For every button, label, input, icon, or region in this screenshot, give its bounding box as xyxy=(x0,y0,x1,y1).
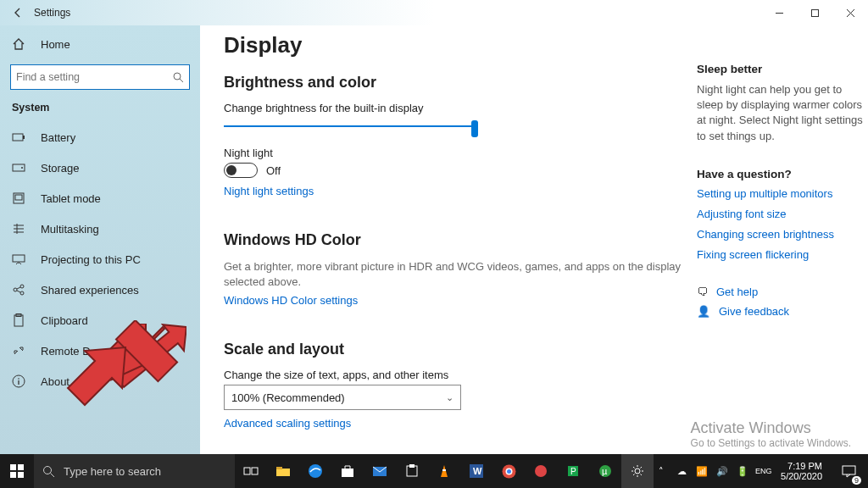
store-button[interactable] xyxy=(331,454,364,488)
svg-point-7 xyxy=(21,167,23,169)
vlc-button[interactable] xyxy=(428,454,460,488)
clipboard-icon xyxy=(12,313,25,327)
svg-point-2 xyxy=(174,73,181,80)
svg-rect-50 xyxy=(10,472,16,478)
tray-battery-icon[interactable]: 🔋 xyxy=(735,466,750,477)
svg-rect-56 xyxy=(276,469,290,476)
brightness-slider[interactable] xyxy=(224,118,478,135)
svg-line-80 xyxy=(633,467,635,469)
svg-rect-59 xyxy=(342,469,353,477)
sidebar-item-label: About xyxy=(41,375,70,388)
sidebar-item-multitask[interactable]: Multitasking xyxy=(0,214,200,244)
home-icon xyxy=(12,37,25,51)
advanced-scaling-link[interactable]: Advanced scaling settings xyxy=(224,417,351,430)
mail-button[interactable] xyxy=(364,454,396,488)
titlebar: Settings xyxy=(0,0,868,25)
search-icon xyxy=(42,465,55,478)
tray-chevron-icon[interactable]: ˄ xyxy=(654,466,669,477)
sidebar-item-battery[interactable]: Battery xyxy=(0,122,200,152)
back-button[interactable] xyxy=(7,2,29,24)
minimize-button[interactable] xyxy=(761,0,797,25)
svg-text:W: W xyxy=(473,466,482,476)
app-button[interactable] xyxy=(396,454,428,488)
get-help-link[interactable]: 🗨 Get help xyxy=(697,286,866,298)
hd-color-settings-link[interactable]: Windows HD Color settings xyxy=(224,294,358,307)
sidebar-item-shared[interactable]: Shared experiences xyxy=(0,274,200,305)
sidebar-item-projecting[interactable]: Projecting to this PC xyxy=(0,244,200,274)
battery-icon xyxy=(12,130,25,144)
taskbar-search[interactable]: Type here to search xyxy=(34,454,235,488)
help-link-brightness[interactable]: Changing screen brightness xyxy=(697,228,866,241)
file-explorer-button[interactable] xyxy=(267,454,299,488)
slider-thumb[interactable] xyxy=(471,120,478,137)
system-tray: ˄ ☁ 📶 🔊 🔋 ENG 7:19 PM 5/20/2020 9 xyxy=(654,454,868,488)
window-title: Settings xyxy=(34,7,70,19)
slider-track xyxy=(224,125,478,127)
search-input[interactable] xyxy=(16,71,172,83)
storage-icon xyxy=(12,161,25,175)
svg-rect-57 xyxy=(276,467,282,469)
info-icon xyxy=(12,374,25,388)
edge-button[interactable] xyxy=(299,454,331,488)
help-link-monitors[interactable]: Setting up multiple monitors xyxy=(697,187,866,200)
sidebar-item-label: Shared experiences xyxy=(41,284,139,297)
help-icon: 🗨 xyxy=(697,286,708,298)
question-heading: Have a question? xyxy=(697,168,866,180)
search-box[interactable] xyxy=(10,64,190,90)
utorrent-button[interactable]: µ xyxy=(589,454,621,488)
home-button[interactable]: Home xyxy=(0,29,200,59)
svg-point-23 xyxy=(18,378,19,380)
help-link-flicker[interactable]: Fixing screen flickering xyxy=(697,248,866,261)
chrome-button[interactable] xyxy=(492,454,525,488)
sidebar-item-label: Clipboard xyxy=(41,314,88,327)
tray-wifi-icon[interactable]: 📶 xyxy=(694,466,709,477)
chevron-down-icon: ⌄ xyxy=(446,392,453,403)
help-link-font[interactable]: Adjusting font size xyxy=(697,208,866,220)
word-button[interactable]: W xyxy=(460,454,492,488)
svg-line-82 xyxy=(633,474,635,476)
night-light-settings-link[interactable]: Night light settings xyxy=(224,185,314,197)
sidebar-item-label: Storage xyxy=(41,162,80,175)
svg-rect-1 xyxy=(811,9,818,16)
svg-rect-49 xyxy=(18,464,24,470)
app2-button[interactable] xyxy=(525,454,557,488)
sidebar-item-about[interactable]: About xyxy=(0,366,200,396)
search-icon xyxy=(172,71,184,83)
hd-color-desc: Get a brighter, more vibrant picture in … xyxy=(224,259,682,289)
app3-button[interactable]: P xyxy=(557,454,589,488)
project-icon xyxy=(12,252,25,266)
tray-onedrive-icon[interactable]: ☁ xyxy=(674,466,689,477)
tips-pane: Sleep better Night light can help you ge… xyxy=(697,32,866,454)
svg-rect-64 xyxy=(442,469,446,471)
taskbar-clock[interactable]: 7:19 PM 5/20/2020 xyxy=(776,461,827,481)
sidebar-item-remote[interactable]: Remote Desktop xyxy=(0,336,200,366)
sidebar-item-tablet[interactable]: Tablet mode xyxy=(0,183,200,214)
task-view-button[interactable] xyxy=(235,454,267,488)
feedback-icon: 👤 xyxy=(697,305,710,318)
main-content: Display Brightness and color Change brig… xyxy=(200,25,868,454)
svg-point-52 xyxy=(44,466,52,474)
tablet-icon xyxy=(12,191,25,205)
svg-point-69 xyxy=(507,469,511,474)
svg-line-53 xyxy=(51,473,55,477)
svg-rect-9 xyxy=(15,195,22,200)
tray-language-icon[interactable]: ENG xyxy=(755,467,771,475)
maximize-button[interactable] xyxy=(797,0,832,25)
start-button[interactable] xyxy=(0,454,34,488)
close-button[interactable] xyxy=(832,0,868,25)
scale-size-select[interactable]: 100% (Recommended) ⌄ xyxy=(224,385,461,410)
sidebar-item-clipboard[interactable]: Clipboard xyxy=(0,305,200,336)
svg-point-70 xyxy=(535,465,547,477)
svg-line-19 xyxy=(17,291,20,292)
sidebar-item-label: Multitasking xyxy=(41,223,99,236)
tray-volume-icon[interactable]: 🔊 xyxy=(715,466,730,477)
svg-rect-55 xyxy=(252,468,258,474)
sidebar-item-storage[interactable]: Storage xyxy=(0,152,200,183)
svg-line-83 xyxy=(641,467,643,469)
night-light-toggle[interactable] xyxy=(224,163,258,178)
svg-line-3 xyxy=(180,79,183,82)
action-center-button[interactable]: 9 xyxy=(832,454,865,488)
brightness-slider-label: Change brightness for the built-in displ… xyxy=(224,102,682,114)
settings-button[interactable] xyxy=(621,454,654,488)
give-feedback-link[interactable]: 👤 Give feedback xyxy=(697,305,866,318)
